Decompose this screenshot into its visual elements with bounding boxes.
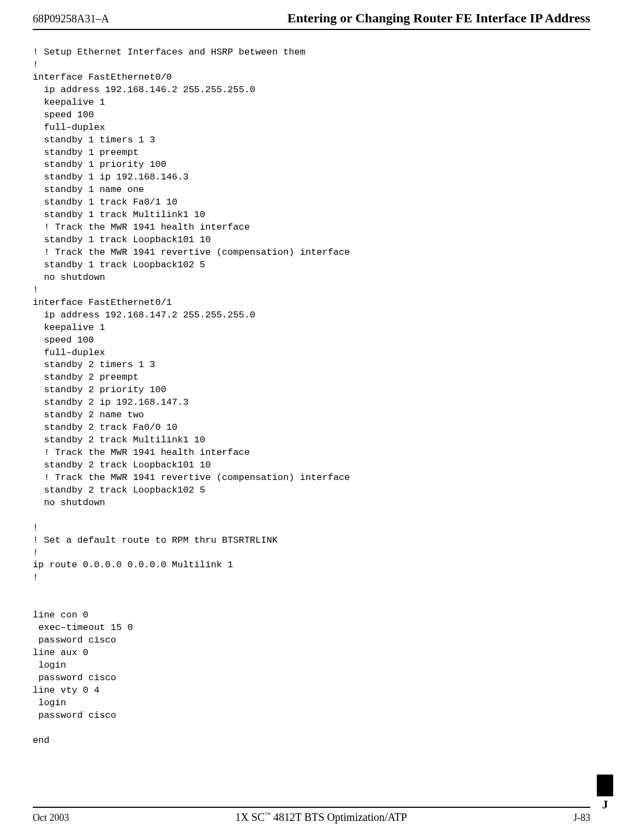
code-line: standby 2 track Fa0/0 10 <box>33 422 590 434</box>
code-line: standby 1 priority 100 <box>33 159 590 171</box>
doc-id: 68P09258A31–A <box>33 13 109 25</box>
page-header: 68P09258A31–A Entering or Changing Route… <box>33 11 590 30</box>
code-line: interface FastEthernet0/0 <box>33 71 590 84</box>
code-line: ! <box>33 522 590 535</box>
code-line: line con 0 <box>33 609 590 622</box>
code-line: line aux 0 <box>33 647 590 659</box>
code-line: ! Track the MWR 1941 health interface <box>33 447 590 459</box>
code-line: standby 1 timers 1 3 <box>33 134 590 147</box>
code-line: ! Track the MWR 1941 health interface <box>33 221 590 234</box>
side-tab-label: J <box>597 796 613 813</box>
code-line: full–duplex <box>33 347 590 359</box>
code-line: standby 2 name two <box>33 409 590 422</box>
code-line: standby 2 track Loopback101 10 <box>33 459 590 472</box>
code-line <box>33 597 590 609</box>
code-line: ip route 0.0.0.0 0.0.0.0 Multilink 1 <box>33 559 590 572</box>
code-line: standby 1 name one <box>33 184 590 196</box>
code-line: standby 1 track Multilink1 10 <box>33 209 590 221</box>
code-line <box>33 584 590 597</box>
code-line: interface FastEthernet0/1 <box>33 297 590 309</box>
code-line: standby 1 preempt <box>33 147 590 159</box>
code-line: speed 100 <box>33 334 590 347</box>
code-line: standby 2 ip 192.168.147.3 <box>33 397 590 409</box>
code-line: standby 2 timers 1 3 <box>33 359 590 371</box>
code-line: ! <box>33 284 590 297</box>
code-line: no shutdown <box>33 497 590 509</box>
code-line: password cisco <box>33 672 590 685</box>
code-line: standby 1 track Loopback101 10 <box>33 234 590 247</box>
code-line: standby 1 track Fa0/1 10 <box>33 196 590 209</box>
code-line: standby 1 track Loopback102 5 <box>33 259 590 272</box>
page-footer: Oct 2003 1X SC™ 4812T BTS Optimization/A… <box>33 807 590 824</box>
code-line: standby 1 ip 192.168.146.3 <box>33 171 590 184</box>
footer-bar: Oct 2003 1X SC™ 4812T BTS Optimization/A… <box>33 807 590 824</box>
code-line: standby 2 preempt <box>33 371 590 384</box>
code-line <box>33 509 590 522</box>
footer-center: 1X SC™ 4812T BTS Optimization/ATP <box>235 811 407 824</box>
footer-page-num: J-83 <box>573 812 590 824</box>
code-line: line vty 0 4 <box>33 685 590 697</box>
tm-symbol: ™ <box>265 811 271 818</box>
code-line: password cisco <box>33 634 590 647</box>
code-line: ip address 192.168.146.2 255.255.255.0 <box>33 84 590 97</box>
config-code-block: ! Setup Ethernet Interfaces and HSRP bet… <box>33 46 590 747</box>
page: 68P09258A31–A Entering or Changing Route… <box>0 0 623 840</box>
code-line: ! <box>33 572 590 584</box>
code-line: standby 2 track Loopback102 5 <box>33 484 590 497</box>
code-line: ! Set a default route to RPM thru BTSRTR… <box>33 535 590 547</box>
code-line: ! Track the MWR 1941 revertive (compensa… <box>33 247 590 259</box>
code-line: keepalive 1 <box>33 97 590 109</box>
code-line: speed 100 <box>33 109 590 122</box>
code-line: login <box>33 659 590 672</box>
code-line: ! <box>33 59 590 71</box>
code-line: ! Setup Ethernet Interfaces and HSRP bet… <box>33 46 590 59</box>
code-line: no shutdown <box>33 272 590 284</box>
code-line: password cisco <box>33 710 590 722</box>
code-line: login <box>33 697 590 710</box>
code-line: standby 2 priority 100 <box>33 384 590 397</box>
code-line: ! <box>33 547 590 560</box>
code-line: end <box>33 735 590 747</box>
code-line: ! Track the MWR 1941 revertive (compensa… <box>33 472 590 484</box>
code-line: keepalive 1 <box>33 322 590 334</box>
page-title: Entering or Changing Router FE Interface… <box>287 11 590 26</box>
footer-date: Oct 2003 <box>33 812 69 824</box>
code-line: exec–timeout 15 0 <box>33 622 590 634</box>
code-line: full–duplex <box>33 122 590 134</box>
code-line: ip address 192.168.147.2 255.255.255.0 <box>33 309 590 322</box>
code-line: standby 2 track Multilink1 10 <box>33 434 590 447</box>
code-line <box>33 722 590 735</box>
